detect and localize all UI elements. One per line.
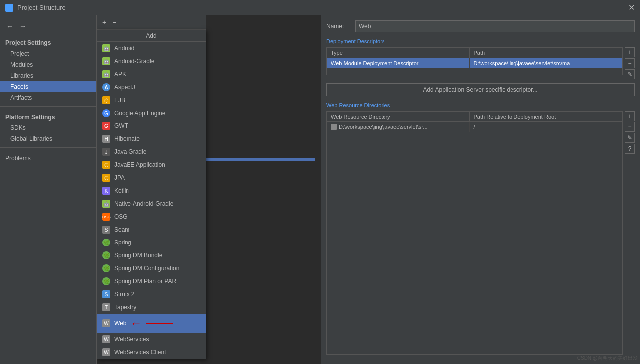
dropdown-item-webservices-client[interactable]: W WebServices Client (97, 346, 206, 359)
project-settings-header: Project Settings (0, 35, 96, 48)
sidebar-item-modules[interactable]: Modules (0, 59, 96, 70)
webservices-client-icon: W (102, 348, 110, 356)
spring-icon: 🌿 (102, 239, 110, 246)
dropdown-item-web[interactable]: W Web ← (97, 314, 206, 333)
dropdown-item-aspectj[interactable]: A AspectJ (97, 81, 206, 94)
deployment-remove-button[interactable]: − (625, 58, 635, 68)
add-button[interactable]: + (100, 17, 109, 27)
deployment-side-actions: + − ✎ (625, 47, 635, 79)
svg-rect-3 (10, 8, 12, 11)
sidebar-item-problems[interactable]: Problems (0, 151, 96, 166)
web-dir-column-header: Web Resource Directory (327, 112, 470, 121)
sidebar-nav: ← → (0, 19, 96, 33)
dropdown-item-struts2[interactable]: S Struts 2 (97, 288, 206, 301)
osgi-icon: OSG (102, 213, 110, 221)
web-resource-table: Web Resource Directory Path Relative to … (326, 111, 623, 355)
dropdown-item-ejb[interactable]: ⬡ EJB (97, 94, 206, 107)
webservices-icon: W (102, 335, 110, 343)
title-bar: Project Structure ✕ (0, 0, 640, 15)
svg-rect-1 (10, 5, 12, 7)
dropdown-item-android[interactable]: 🤖 Android (97, 42, 206, 55)
deployment-add-button[interactable]: + (625, 47, 635, 57)
seam-icon: S (102, 226, 110, 234)
sidebar-item-libraries[interactable]: Libraries (0, 70, 96, 81)
sidebar-item-sdks[interactable]: SDKs (0, 122, 96, 133)
web-resource-table-row[interactable]: D:\workspace\jing\javaee\servlet\sr... / (327, 122, 622, 132)
arrow-line (146, 318, 176, 328)
right-panel: Name: Deployment Descriptors Type Path W… (321, 15, 640, 364)
dropdown-item-spring-dm-config[interactable]: 🌿 Spring DM Configuration (97, 262, 206, 275)
gae-icon: G (102, 109, 110, 117)
deployment-table-header: Type Path (327, 48, 622, 58)
dropdown-item-osgi[interactable]: OSG OSGi (97, 210, 206, 223)
web-resource-section-title: Web Resource Directories (326, 102, 635, 108)
web-dir-cell: D:\workspace\jing\javaee\servlet\sr... (327, 122, 470, 132)
platform-settings-header: Platform Settings (0, 110, 96, 122)
window-title: Project Structure (17, 4, 66, 11)
deployment-table-area: Type Path Web Module Deployment Descript… (326, 47, 635, 79)
close-button[interactable]: ✕ (628, 3, 635, 12)
selection-arrow: ← (130, 316, 142, 330)
spring-dm-plan-icon: 🌿 (102, 277, 110, 285)
back-button[interactable]: ← (4, 21, 15, 31)
java-gradle-icon: J (102, 148, 110, 156)
gwt-icon: G (102, 122, 110, 130)
hibernate-icon: H (102, 135, 110, 143)
dropdown-item-java-gradle[interactable]: J Java-Gradle (97, 145, 206, 158)
ejb-icon: ⬡ (102, 96, 110, 104)
spring-dm-config-icon: 🌿 (102, 264, 110, 272)
type-column-header: Type (327, 48, 470, 58)
android-gradle-icon: 🤖 (102, 57, 110, 65)
name-input[interactable] (355, 20, 635, 32)
web-icon: W (102, 319, 110, 327)
relative-path-column-header: Path Relative to Deployment Root (470, 112, 613, 121)
struts2-icon: S (102, 290, 110, 298)
dropdown-item-gwt[interactable]: G GWT (97, 120, 206, 132)
web-resource-side-actions: + − ✎ ? (625, 111, 635, 359)
deployment-edit-button[interactable]: ✎ (625, 69, 635, 79)
web-resource-help-button[interactable]: ? (625, 144, 635, 154)
dropdown-item-tapestry[interactable]: T Tapestry (97, 301, 206, 314)
dropdown-item-spring-dm-bundle[interactable]: 🌿 Spring DM Bundle (97, 249, 206, 262)
sidebar-divider-2 (0, 147, 96, 148)
dropdown-item-webservices[interactable]: W WebServices (97, 333, 206, 346)
deployment-table-row[interactable]: Web Module Deployment Descriptor D:\work… (327, 58, 622, 68)
name-field-row: Name: (326, 20, 635, 32)
forward-button[interactable]: → (17, 21, 28, 31)
dropdown-item-spring-dm-plan[interactable]: 🌿 Spring DM Plan or PAR (97, 275, 206, 288)
web-resource-table-body: D:\workspace\jing\javaee\servlet\sr... / (327, 122, 622, 354)
web-resource-add-button[interactable]: + (625, 111, 635, 121)
sidebar-item-project[interactable]: Project (0, 48, 96, 59)
web-resource-table-header: Web Resource Directory Path Relative to … (327, 112, 622, 122)
web-resource-remove-button[interactable]: − (625, 122, 635, 132)
remove-button[interactable]: − (110, 17, 119, 27)
dropdown-item-seam[interactable]: S Seam (97, 223, 206, 236)
sidebar-item-artifacts[interactable]: Artifacts (0, 92, 96, 103)
sidebar-item-facets[interactable]: Facets (0, 81, 96, 92)
dropdown-item-kotlin[interactable]: K Kotlin (97, 184, 206, 197)
dropdown-item-hibernate[interactable]: H Hibernate (97, 132, 206, 145)
dropdown-item-apk[interactable]: 🤖 APK (97, 68, 206, 81)
web-resource-table-area: Web Resource Directory Path Relative to … (326, 111, 635, 359)
dropdown-item-android-gradle[interactable]: 🤖 Android-Gradle (97, 55, 206, 68)
web-resource-edit-button[interactable]: ✎ (625, 133, 635, 143)
javaee-icon: ⬡ (102, 161, 110, 169)
spring-dm-bundle-icon: 🌿 (102, 251, 110, 259)
path-column-header: Path (470, 48, 613, 58)
jpa-icon: ⬡ (102, 174, 110, 182)
dropdown-menu: Add 🤖 Android 🤖 Android-Gradle 🤖 APK (97, 30, 206, 359)
dropdown-item-javaee[interactable]: ⬡ JavaEE Application (97, 158, 206, 171)
dropdown-item-native-android[interactable]: 🤖 Native-Android-Gradle (97, 197, 206, 210)
toolbar-row: + − (97, 15, 206, 30)
kotlin-icon: K (102, 187, 110, 195)
app-icon (5, 4, 13, 12)
watermark: CSDN @向明天的美好出发 (577, 355, 638, 362)
path-cell: D:\workspace\jing\javaee\servlet\src\ma (470, 58, 613, 68)
dropdown-item-gae[interactable]: G Google App Engine (97, 107, 206, 120)
dropdown-item-spring[interactable]: 🌿 Spring (97, 236, 206, 249)
sidebar-divider (0, 106, 96, 107)
dropdown-item-jpa[interactable]: ⬡ JPA (97, 171, 206, 184)
add-dropdown: + − Add 🤖 Android 🤖 Android-Gradle (97, 15, 206, 359)
sidebar-item-global-libraries[interactable]: Global Libraries (0, 133, 96, 144)
add-server-descriptor-button[interactable]: Add Application Server specific descript… (326, 83, 635, 96)
